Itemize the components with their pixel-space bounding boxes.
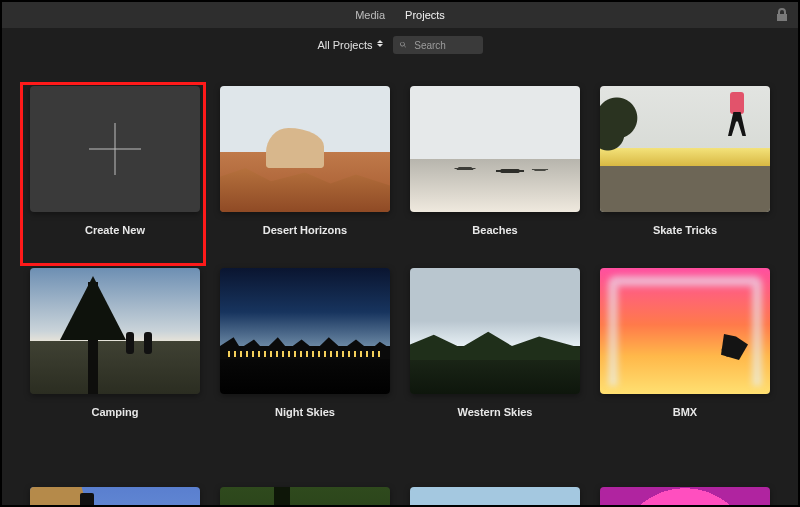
project-label: Beaches: [472, 224, 517, 236]
create-new-cell: Create New: [30, 86, 200, 236]
search-icon: [399, 40, 407, 50]
project-thumb[interactable]: [600, 487, 770, 505]
projects-window: Media Projects All Projects Create New: [0, 0, 800, 507]
project-label: Desert Horizons: [263, 224, 347, 236]
project-label: Western Skies: [457, 406, 532, 418]
project-cell: Western Skies: [410, 268, 580, 418]
projects-grid: Create New Desert Horizons Beaches Skate…: [2, 62, 798, 505]
project-thumb-skate-tricks[interactable]: [600, 86, 770, 212]
scope-label: All Projects: [317, 39, 372, 51]
project-cell: Camping: [30, 268, 200, 418]
tab-media[interactable]: Media: [345, 6, 395, 24]
create-new-tile[interactable]: [30, 86, 200, 212]
project-cell: Desert Horizons: [220, 86, 390, 236]
project-cell: Skate Tricks: [600, 86, 770, 236]
project-label: BMX: [673, 406, 697, 418]
project-thumb-western-skies[interactable]: [410, 268, 580, 394]
search-input[interactable]: [412, 39, 476, 52]
grid-row: [2, 487, 798, 505]
plus-icon: [89, 123, 141, 175]
project-label: Camping: [91, 406, 138, 418]
lock-icon[interactable]: [774, 7, 790, 23]
project-thumb-beaches[interactable]: [410, 86, 580, 212]
project-thumb[interactable]: [410, 487, 580, 505]
filter-bar: All Projects: [2, 28, 798, 62]
search-box[interactable]: [393, 36, 483, 54]
grid-row: Camping Night Skies Western Skies BMX: [2, 268, 798, 418]
project-thumb-bmx[interactable]: [600, 268, 770, 394]
tab-projects[interactable]: Projects: [395, 6, 455, 24]
project-cell: BMX: [600, 268, 770, 418]
project-thumb-night-skies[interactable]: [220, 268, 390, 394]
project-label: Skate Tricks: [653, 224, 717, 236]
grid-row: Create New Desert Horizons Beaches Skate…: [2, 86, 798, 236]
top-tab-bar: Media Projects: [2, 2, 798, 28]
project-cell: Night Skies: [220, 268, 390, 418]
chevron-up-down-icon: [377, 40, 385, 50]
scope-dropdown[interactable]: All Projects: [317, 39, 384, 51]
project-thumb[interactable]: [220, 487, 390, 505]
create-new-label: Create New: [85, 224, 145, 236]
project-thumb-desert-horizons[interactable]: [220, 86, 390, 212]
project-thumb[interactable]: [30, 487, 200, 505]
project-thumb-camping[interactable]: [30, 268, 200, 394]
project-label: Night Skies: [275, 406, 335, 418]
project-cell: Beaches: [410, 86, 580, 236]
